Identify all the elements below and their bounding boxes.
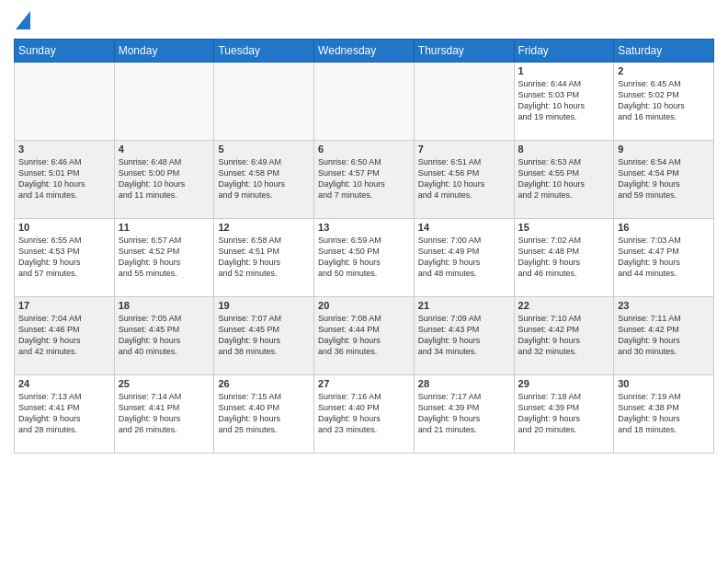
week-row-2: 3Sunrise: 6:46 AM Sunset: 5:01 PM Daylig… (15, 141, 714, 219)
cell-content: Sunrise: 7:19 AM Sunset: 4:38 PM Dayligh… (618, 391, 710, 436)
calendar-cell: 6Sunrise: 6:50 AM Sunset: 4:57 PM Daylig… (314, 141, 415, 219)
calendar-cell: 17Sunrise: 7:04 AM Sunset: 4:46 PM Dayli… (15, 297, 115, 375)
calendar-cell: 3Sunrise: 6:46 AM Sunset: 5:01 PM Daylig… (15, 141, 115, 219)
cell-content: Sunrise: 7:18 AM Sunset: 4:39 PM Dayligh… (518, 391, 610, 436)
day-number: 10 (18, 222, 110, 233)
logo-triangle-icon (16, 11, 30, 29)
cell-content: Sunrise: 6:55 AM Sunset: 4:53 PM Dayligh… (18, 235, 110, 280)
calendar-cell: 4Sunrise: 6:48 AM Sunset: 5:00 PM Daylig… (114, 141, 214, 219)
calendar-cell: 9Sunrise: 6:54 AM Sunset: 4:54 PM Daylig… (614, 141, 714, 219)
cell-content: Sunrise: 7:11 AM Sunset: 4:42 PM Dayligh… (618, 313, 710, 358)
day-number: 28 (418, 378, 510, 389)
cell-content: Sunrise: 6:48 AM Sunset: 5:00 PM Dayligh… (119, 156, 210, 201)
day-number: 13 (318, 222, 410, 233)
cell-content: Sunrise: 6:53 AM Sunset: 4:55 PM Dayligh… (518, 156, 610, 201)
day-number: 5 (218, 144, 310, 155)
cell-content: Sunrise: 7:09 AM Sunset: 4:43 PM Dayligh… (418, 313, 510, 358)
cell-content: Sunrise: 7:14 AM Sunset: 4:41 PM Dayligh… (119, 391, 210, 436)
calendar-cell: 15Sunrise: 7:02 AM Sunset: 4:48 PM Dayli… (514, 219, 614, 297)
calendar-cell: 7Sunrise: 6:51 AM Sunset: 4:56 PM Daylig… (414, 141, 514, 219)
calendar-cell: 24Sunrise: 7:13 AM Sunset: 4:41 PM Dayli… (15, 375, 115, 454)
day-number: 9 (618, 144, 710, 155)
day-number: 11 (119, 222, 210, 233)
weekday-header-tuesday: Tuesday (214, 40, 314, 63)
day-number: 17 (18, 300, 110, 311)
weekday-header-wednesday: Wednesday (314, 40, 415, 63)
cell-content: Sunrise: 6:45 AM Sunset: 5:02 PM Dayligh… (618, 78, 710, 123)
calendar-cell: 16Sunrise: 7:03 AM Sunset: 4:47 PM Dayli… (614, 219, 714, 297)
cell-content: Sunrise: 6:57 AM Sunset: 4:52 PM Dayligh… (119, 235, 210, 280)
cell-content: Sunrise: 6:59 AM Sunset: 4:50 PM Dayligh… (318, 235, 410, 280)
calendar-cell (214, 63, 314, 141)
day-number: 12 (218, 222, 310, 233)
calendar: SundayMondayTuesdayWednesdayThursdayFrid… (14, 39, 714, 454)
cell-content: Sunrise: 7:17 AM Sunset: 4:39 PM Dayligh… (418, 391, 510, 436)
cell-content: Sunrise: 7:13 AM Sunset: 4:41 PM Dayligh… (18, 391, 110, 436)
day-number: 27 (318, 378, 410, 389)
day-number: 2 (618, 65, 710, 76)
cell-content: Sunrise: 7:05 AM Sunset: 4:45 PM Dayligh… (119, 313, 210, 358)
day-number: 8 (518, 144, 610, 155)
cell-content: Sunrise: 6:58 AM Sunset: 4:51 PM Dayligh… (218, 235, 310, 280)
header (14, 9, 714, 33)
page: SundayMondayTuesdayWednesdayThursdayFrid… (0, 0, 728, 463)
cell-content: Sunrise: 7:15 AM Sunset: 4:40 PM Dayligh… (218, 391, 310, 436)
day-number: 18 (119, 300, 210, 311)
day-number: 26 (218, 378, 310, 389)
cell-content: Sunrise: 6:54 AM Sunset: 4:54 PM Dayligh… (618, 156, 710, 201)
day-number: 20 (318, 300, 410, 311)
cell-content: Sunrise: 6:50 AM Sunset: 4:57 PM Dayligh… (318, 156, 410, 201)
week-row-1: 1Sunrise: 6:44 AM Sunset: 5:03 PM Daylig… (15, 63, 714, 141)
calendar-cell (414, 63, 514, 141)
calendar-cell: 29Sunrise: 7:18 AM Sunset: 4:39 PM Dayli… (514, 375, 614, 454)
cell-content: Sunrise: 6:51 AM Sunset: 4:56 PM Dayligh… (418, 156, 510, 201)
day-number: 22 (518, 300, 610, 311)
day-number: 30 (618, 378, 710, 389)
day-number: 19 (218, 300, 310, 311)
calendar-cell: 18Sunrise: 7:05 AM Sunset: 4:45 PM Dayli… (114, 297, 214, 375)
calendar-cell: 19Sunrise: 7:07 AM Sunset: 4:45 PM Dayli… (214, 297, 314, 375)
week-row-4: 17Sunrise: 7:04 AM Sunset: 4:46 PM Dayli… (15, 297, 714, 375)
calendar-cell: 22Sunrise: 7:10 AM Sunset: 4:42 PM Dayli… (514, 297, 614, 375)
calendar-cell: 14Sunrise: 7:00 AM Sunset: 4:49 PM Dayli… (414, 219, 514, 297)
day-number: 16 (618, 222, 710, 233)
cell-content: Sunrise: 6:46 AM Sunset: 5:01 PM Dayligh… (18, 156, 110, 201)
week-row-5: 24Sunrise: 7:13 AM Sunset: 4:41 PM Dayli… (15, 375, 714, 454)
calendar-cell: 30Sunrise: 7:19 AM Sunset: 4:38 PM Dayli… (614, 375, 714, 454)
calendar-cell: 27Sunrise: 7:16 AM Sunset: 4:40 PM Dayli… (314, 375, 415, 454)
cell-content: Sunrise: 7:02 AM Sunset: 4:48 PM Dayligh… (518, 235, 610, 280)
calendar-cell (15, 63, 115, 141)
calendar-cell: 10Sunrise: 6:55 AM Sunset: 4:53 PM Dayli… (15, 219, 115, 297)
calendar-cell (314, 63, 415, 141)
svg-marker-0 (16, 11, 30, 29)
cell-content: Sunrise: 7:07 AM Sunset: 4:45 PM Dayligh… (218, 313, 310, 358)
calendar-cell: 1Sunrise: 6:44 AM Sunset: 5:03 PM Daylig… (514, 63, 614, 141)
cell-content: Sunrise: 7:04 AM Sunset: 4:46 PM Dayligh… (18, 313, 110, 358)
cell-content: Sunrise: 6:44 AM Sunset: 5:03 PM Dayligh… (518, 78, 610, 123)
weekday-header-row: SundayMondayTuesdayWednesdayThursdayFrid… (15, 40, 714, 63)
day-number: 21 (418, 300, 510, 311)
day-number: 1 (518, 65, 610, 76)
calendar-cell: 2Sunrise: 6:45 AM Sunset: 5:02 PM Daylig… (614, 63, 714, 141)
cell-content: Sunrise: 7:08 AM Sunset: 4:44 PM Dayligh… (318, 313, 410, 358)
day-number: 29 (518, 378, 610, 389)
day-number: 6 (318, 144, 410, 155)
weekday-header-friday: Friday (514, 40, 614, 63)
calendar-cell: 25Sunrise: 7:14 AM Sunset: 4:41 PM Dayli… (114, 375, 214, 454)
weekday-header-thursday: Thursday (414, 40, 514, 63)
cell-content: Sunrise: 7:10 AM Sunset: 4:42 PM Dayligh… (518, 313, 610, 358)
day-number: 15 (518, 222, 610, 233)
cell-content: Sunrise: 7:16 AM Sunset: 4:40 PM Dayligh… (318, 391, 410, 436)
day-number: 23 (618, 300, 710, 311)
calendar-cell: 8Sunrise: 6:53 AM Sunset: 4:55 PM Daylig… (514, 141, 614, 219)
calendar-cell: 28Sunrise: 7:17 AM Sunset: 4:39 PM Dayli… (414, 375, 514, 454)
cell-content: Sunrise: 7:00 AM Sunset: 4:49 PM Dayligh… (418, 235, 510, 280)
weekday-header-saturday: Saturday (614, 40, 714, 63)
day-number: 14 (418, 222, 510, 233)
day-number: 4 (119, 144, 210, 155)
logo (14, 9, 30, 33)
calendar-cell: 12Sunrise: 6:58 AM Sunset: 4:51 PM Dayli… (214, 219, 314, 297)
calendar-cell (114, 63, 214, 141)
weekday-header-monday: Monday (114, 40, 214, 63)
day-number: 7 (418, 144, 510, 155)
